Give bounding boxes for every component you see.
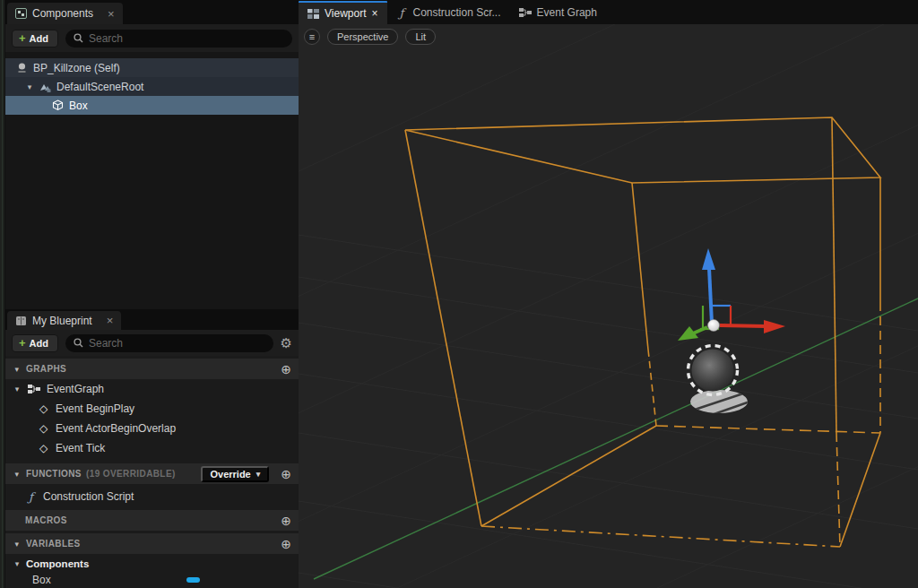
gizmo-center-knob[interactable] bbox=[708, 320, 720, 332]
expander-icon: ▾ bbox=[13, 559, 22, 568]
close-icon[interactable]: × bbox=[108, 8, 115, 20]
components-icon bbox=[15, 8, 27, 19]
my-blueprint-body: ▾ GRAPHS ⊕ ▾ EventGraph ◇ Even bbox=[5, 359, 299, 588]
sphere-body bbox=[692, 350, 734, 392]
close-icon[interactable]: × bbox=[371, 7, 377, 20]
add-macro-icon[interactable]: ⊕ bbox=[281, 514, 291, 528]
add-blueprint-item-button[interactable]: + Add bbox=[12, 334, 58, 352]
scene-component-icon bbox=[39, 82, 51, 92]
add-component-button[interactable]: + Add bbox=[12, 30, 58, 48]
event-icon: ◇ bbox=[38, 422, 49, 435]
event-beginplay-row[interactable]: ◇ Event BeginPlay bbox=[5, 399, 299, 419]
close-icon[interactable]: × bbox=[107, 315, 114, 326]
tab-event-graph[interactable]: Event Graph bbox=[510, 1, 606, 24]
floor-grid bbox=[299, 24, 918, 588]
tab-label: My Blueprint bbox=[32, 315, 92, 327]
perspective-button[interactable]: Perspective bbox=[327, 29, 398, 45]
gear-icon[interactable]: ⚙ bbox=[281, 336, 292, 350]
viewport-icon bbox=[307, 9, 319, 19]
billboard-sprite-icon[interactable] bbox=[688, 346, 758, 419]
left-column: Components × + Add bbox=[0, 0, 299, 588]
plus-icon: + bbox=[19, 337, 26, 349]
tab-viewport[interactable]: Viewport × bbox=[299, 1, 387, 24]
viewport-tabbar: Viewport × ƒ Construction Scr... Event G… bbox=[299, 0, 918, 24]
expander-icon[interactable]: ▾ bbox=[25, 82, 34, 91]
wireframe-box[interactable] bbox=[405, 117, 880, 547]
my-blueprint-tabbar: My Blueprint × bbox=[5, 309, 299, 330]
viewport-scene bbox=[299, 24, 918, 588]
lit-button[interactable]: Lit bbox=[405, 29, 436, 45]
variable-type-pill[interactable] bbox=[186, 577, 200, 583]
translate-gizmo[interactable] bbox=[678, 248, 785, 341]
gizmo-z-axis[interactable] bbox=[702, 248, 715, 324]
event-actorbeginoverlap-row[interactable]: ◇ Event ActorBeginOverlap bbox=[5, 419, 299, 438]
function-icon: ƒ bbox=[25, 490, 37, 504]
chevron-down-icon: ▾ bbox=[256, 470, 261, 479]
hamburger-icon: ≡ bbox=[309, 31, 315, 42]
tab-construction-script[interactable]: ƒ Construction Scr... bbox=[387, 1, 510, 24]
tree-item-box-selected[interactable]: Box bbox=[5, 96, 299, 115]
blueprint-search-box[interactable] bbox=[65, 334, 273, 352]
tree-item-defaultsceneroot[interactable]: ▾ DefaultSceneRoot bbox=[5, 77, 299, 96]
search-icon bbox=[74, 33, 83, 43]
tab-components[interactable]: Components × bbox=[7, 3, 123, 24]
eventgraph-row[interactable]: ▾ EventGraph bbox=[5, 379, 299, 399]
expander-icon: ▾ bbox=[13, 365, 22, 374]
add-graph-icon[interactable]: ⊕ bbox=[281, 362, 291, 376]
event-graph-icon bbox=[28, 384, 40, 394]
event-icon: ◇ bbox=[38, 442, 49, 454]
graphs-section-header[interactable]: ▾ GRAPHS ⊕ bbox=[5, 359, 299, 379]
expander-icon[interactable]: ▾ bbox=[13, 385, 22, 393]
expander-icon: ▾ bbox=[13, 540, 22, 549]
event-tick-row[interactable]: ◇ Event Tick bbox=[5, 438, 299, 458]
my-blueprint-icon bbox=[15, 316, 27, 326]
tab-label: Components bbox=[32, 7, 93, 20]
my-blueprint-toolbar: + Add ⚙ bbox=[5, 330, 299, 356]
event-graph-icon bbox=[519, 7, 532, 18]
plus-icon: + bbox=[19, 32, 26, 44]
event-icon: ◇ bbox=[38, 402, 49, 415]
variable-box-row[interactable]: Box bbox=[5, 572, 299, 588]
add-function-icon[interactable]: ⊕ bbox=[281, 467, 291, 481]
overridable-count: (19 OVERRIDABLE) bbox=[86, 469, 176, 479]
blueprint-editor-window: Components × + Add bbox=[0, 0, 918, 588]
override-dropdown-button[interactable]: Override ▾ bbox=[201, 466, 269, 482]
viewport-panel: Viewport × ƒ Construction Scr... Event G… bbox=[299, 0, 918, 588]
variables-section-header[interactable]: ▾ VARIABLES ⊕ bbox=[5, 533, 299, 554]
components-tree: BP_Killzone (Self) ▾ DefaultSceneRoot bbox=[5, 52, 299, 115]
component-search-input[interactable] bbox=[89, 32, 284, 45]
components-panel: Components × + Add bbox=[5, 0, 299, 309]
variables-category-components[interactable]: ▾ Components bbox=[5, 556, 299, 572]
construction-script-row[interactable]: ƒ Construction Script bbox=[5, 487, 299, 506]
component-search-box[interactable] bbox=[65, 30, 292, 48]
tab-my-blueprint[interactable]: My Blueprint × bbox=[7, 311, 121, 330]
function-icon: ƒ bbox=[396, 6, 408, 20]
viewport-options-button[interactable]: ≡ bbox=[304, 29, 320, 45]
grid-axis-green-line bbox=[314, 298, 918, 579]
viewport-3d-canvas[interactable]: ≡ Perspective Lit bbox=[299, 24, 918, 588]
components-tabbar: Components × bbox=[5, 0, 299, 24]
my-blueprint-panel: My Blueprint × + Add ⚙ bbox=[5, 309, 299, 588]
actor-icon bbox=[16, 62, 28, 74]
expander-icon: ▾ bbox=[13, 470, 22, 479]
box-collision-icon bbox=[52, 99, 64, 111]
components-toolbar: + Add bbox=[5, 24, 299, 52]
viewport-toolbar: ≡ Perspective Lit bbox=[304, 29, 436, 45]
macros-section-header[interactable]: MACROS ⊕ bbox=[5, 510, 299, 531]
functions-section-header[interactable]: ▾ FUNCTIONS (19 OVERRIDABLE) Override ▾ … bbox=[5, 463, 299, 484]
blueprint-search-input[interactable] bbox=[89, 337, 265, 350]
tree-item-bp-killzone[interactable]: BP_Killzone (Self) bbox=[5, 58, 299, 77]
search-icon bbox=[74, 338, 83, 348]
add-variable-icon[interactable]: ⊕ bbox=[281, 537, 291, 551]
